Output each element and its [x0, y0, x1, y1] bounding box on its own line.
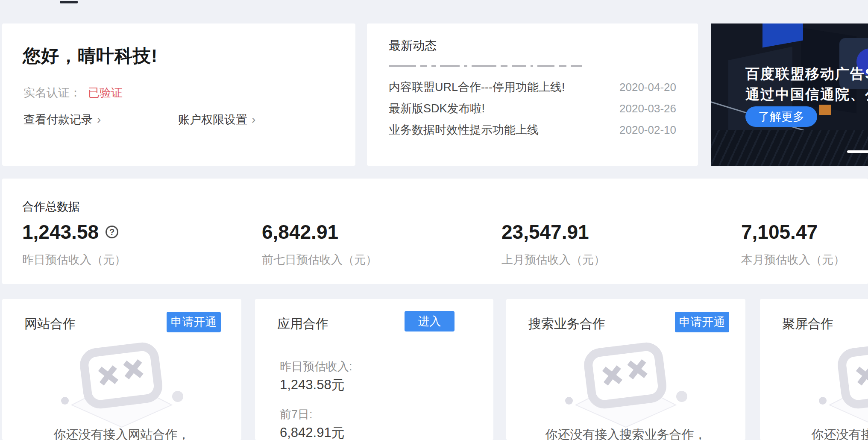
banner-carousel-indicator	[847, 150, 868, 153]
payment-records-link[interactable]: 查看付款记录›	[23, 112, 101, 127]
news-item-clipped[interactable]	[389, 61, 674, 67]
news-item-date: 2020-02-10	[619, 123, 676, 137]
news-item-date: 2020-04-20	[619, 81, 676, 94]
payment-records-label: 查看付款记录	[23, 113, 93, 126]
help-icon[interactable]: ?	[106, 226, 118, 238]
stat-label: 前七日预估收入（元）	[262, 252, 377, 267]
stats-card: 合作总数据 1,243.58 ? 昨日预估收入（元） 6,842.91 前七日预…	[2, 179, 868, 284]
stat-value: 7,105.47	[741, 220, 818, 243]
chevron-right-icon: ›	[97, 113, 101, 126]
greeting-title: 您好，晴叶科技!	[23, 44, 158, 68]
card-search-coop: 搜索业务合作 申请开通 你还没有接入搜索业务合作，	[506, 299, 745, 440]
realname-status-badge: 已验证	[88, 86, 123, 99]
news-item[interactable]: 最新版SDK发布啦! 2020-03-26	[389, 100, 676, 117]
app-last7-revenue-label: 前7日:	[280, 407, 313, 422]
news-item-label: 业务数据时效性提示功能上线	[389, 122, 539, 138]
banner-decor-glow	[762, 23, 803, 47]
empty-state-text: 你还没有接入网站合作，	[2, 426, 241, 440]
news-title: 最新动态	[389, 38, 437, 54]
banner-decor-cube-orange	[819, 105, 831, 115]
enter-button[interactable]: 进入	[405, 311, 455, 331]
empty-state-text: 你还没有接入搜索业务合作，	[506, 426, 745, 440]
chevron-right-icon: ›	[252, 113, 255, 126]
news-item[interactable]: 内容联盟URL合作---停用功能上线! 2020-04-20	[389, 78, 676, 96]
realname-label: 实名认证：	[23, 86, 81, 99]
stat-item-thismonth: 7,105.47 本月预估收入（元）	[741, 220, 845, 267]
banner-title-line2: 通过中国信通院、公安	[745, 85, 868, 104]
stat-label: 昨日预估收入（元）	[22, 252, 126, 267]
news-card: 最新动态 内容联盟URL合作---停用功能上线! 2020-04-20 最新版S…	[367, 23, 698, 166]
account-permission-label: 账户权限设置	[178, 113, 247, 126]
card-title: 应用合作	[277, 315, 328, 333]
account-permission-link[interactable]: 账户权限设置›	[178, 112, 255, 127]
empty-tv-icon	[56, 342, 188, 429]
card-app-coop: 应用合作 进入 昨日预估收入: 1,243.58元 前7日: 6,842.91元	[255, 299, 493, 440]
stat-value: 23,547.91	[501, 220, 589, 243]
realname-row: 实名认证：已验证	[23, 85, 123, 100]
news-item-date: 2020-03-26	[619, 102, 676, 115]
apply-open-button[interactable]: 申请开通	[675, 312, 729, 332]
stat-item-yesterday: 1,243.58 ? 昨日预估收入（元）	[22, 220, 126, 267]
empty-state-text: 你还没有接入聚屏合作，	[760, 426, 868, 440]
empty-tv-icon	[813, 342, 868, 429]
banner-decor-stripes	[711, 130, 868, 166]
stat-label: 上月预估收入（元）	[501, 252, 605, 267]
nav-active-indicator	[60, 1, 78, 3]
card-title: 网站合作	[24, 315, 76, 333]
greeting-card: 您好，晴叶科技! 实名认证：已验证 查看付款记录› 账户权限设置›	[2, 23, 355, 166]
news-item[interactable]: 业务数据时效性提示功能上线 2020-02-10	[389, 121, 676, 139]
empty-tv-icon	[560, 342, 692, 429]
stat-value: 1,243.58	[22, 220, 99, 243]
banner-title-line1: 百度联盟移动广告SDK	[745, 65, 868, 84]
stat-item-lastmonth: 23,547.91 上月预估收入（元）	[501, 220, 605, 267]
card-website-coop: 网站合作 申请开通 你还没有接入网站合作，	[2, 299, 241, 440]
card-title: 搜索业务合作	[528, 315, 605, 333]
card-title: 聚屏合作	[782, 315, 833, 333]
app-yesterday-revenue-value: 1,243.58元	[280, 376, 345, 394]
dashboard-page: { "greeting": { "title": "您好，晴叶科技!", "re…	[0, 0, 868, 440]
banner-learn-more-button[interactable]: 了解更多	[745, 106, 817, 127]
stats-title: 合作总数据	[22, 199, 80, 214]
promo-banner[interactable]: 百度联盟移动广告SDK 通过中国信通院、公安 了解更多	[711, 23, 868, 166]
stat-item-last7days: 6,842.91 前七日预估收入（元）	[262, 220, 377, 267]
news-item-label: 最新版SDK发布啦!	[389, 101, 485, 116]
apply-open-button[interactable]: 申请开通	[167, 312, 221, 332]
stat-value: 6,842.91	[262, 220, 338, 243]
stat-label: 本月预估收入（元）	[741, 252, 845, 267]
card-juping-coop: 聚屏合作 你还没有接入聚屏合作，	[760, 299, 868, 440]
app-yesterday-revenue-label: 昨日预估收入:	[280, 359, 352, 374]
app-last7-revenue-value: 6,842.91元	[280, 424, 345, 440]
news-item-label: 内容联盟URL合作---停用功能上线!	[389, 79, 565, 95]
